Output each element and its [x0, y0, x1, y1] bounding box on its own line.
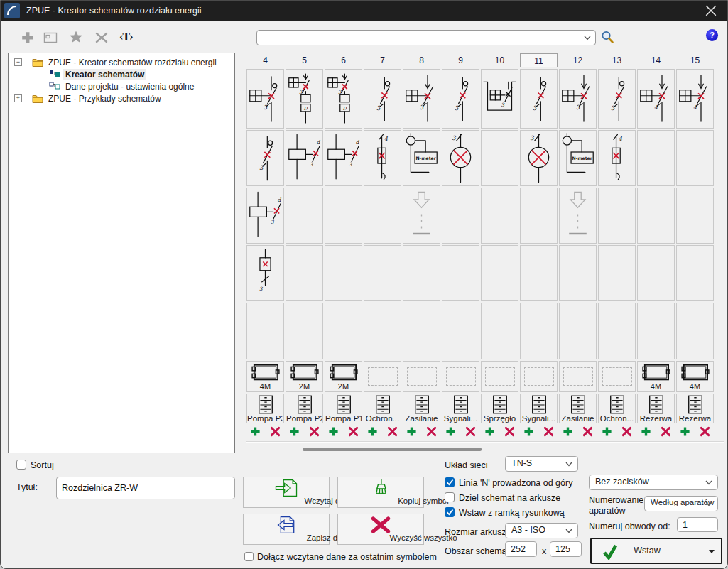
- symbol-cell-fuse_box[interactable]: 3: [246, 245, 284, 301]
- circuit-cell[interactable]: Zasilanie: [559, 394, 597, 423]
- symbol-cell-coil_d[interactable]: d3: [325, 130, 362, 186]
- search-input[interactable]: [260, 31, 578, 44]
- remove-circuit-icon[interactable]: [582, 426, 593, 439]
- symbol-cell[interactable]: [559, 245, 597, 301]
- module-cell-empty[interactable]: [481, 361, 518, 392]
- symbol-cell-sw_circ_3[interactable]: 3: [442, 69, 479, 129]
- clear-all-button[interactable]: Wyczyść wszystko: [337, 514, 424, 545]
- help-icon[interactable]: ?: [706, 29, 718, 41]
- symbol-cell-brk_arr_4[interactable]: 4: [676, 69, 714, 129]
- append-data-checkbox[interactable]: [244, 552, 254, 561]
- symbol-cell-sw_circ_3[interactable]: 3: [598, 69, 636, 129]
- module-cell-empty[interactable]: [559, 361, 597, 392]
- symbol-cell[interactable]: [676, 303, 714, 359]
- circuit-cell[interactable]: Ochron...: [364, 394, 401, 423]
- column-header-6[interactable]: 6: [325, 53, 362, 67]
- symbol-cell-coil_d[interactable]: d3: [246, 188, 284, 244]
- close-icon[interactable]: [705, 5, 717, 16]
- symbol-cell-lamp_3[interactable]: 3: [442, 130, 479, 186]
- add-circuit-icon[interactable]: [641, 426, 651, 439]
- search-combobox[interactable]: [256, 30, 596, 45]
- symbol-cell[interactable]: [637, 245, 675, 301]
- symbol-cell-more[interactable]: [403, 188, 440, 244]
- tree-expander-icon[interactable]: −: [14, 58, 22, 66]
- remove-circuit-icon[interactable]: [504, 426, 515, 439]
- tree-item-label[interactable]: Dane projektu - ustawienia ogólne: [63, 81, 196, 92]
- form-icon[interactable]: [43, 31, 58, 45]
- frame-checkbox[interactable]: [445, 507, 455, 517]
- column-header-11[interactable]: 11: [520, 53, 558, 67]
- save-data-button[interactable]: Zapisz dane: [243, 514, 330, 545]
- module-cell-empty[interactable]: [598, 361, 636, 392]
- remove-circuit-icon[interactable]: [309, 426, 320, 439]
- symbol-cell[interactable]: [286, 188, 323, 244]
- symbol-cell[interactable]: [520, 303, 558, 359]
- numbering-select[interactable]: Według aparatów: [644, 496, 718, 511]
- symbol-cell-brk_arr_3[interactable]: 3: [403, 69, 440, 129]
- add-circuit-icon[interactable]: [328, 426, 339, 439]
- symbol-cell-contactor[interactable]: 3D: [286, 69, 323, 129]
- remove-circuit-icon[interactable]: [700, 426, 710, 439]
- sheet-size-select[interactable]: A3 - ISO: [505, 523, 578, 538]
- symbol-cell[interactable]: [520, 188, 558, 244]
- circuit-cell[interactable]: Sprzęgło: [481, 394, 518, 423]
- symbol-cell[interactable]: [598, 245, 636, 301]
- symbol-cell[interactable]: [481, 188, 518, 244]
- remove-circuit-icon[interactable]: [348, 426, 359, 439]
- module-cell[interactable]: 2M: [325, 361, 362, 392]
- remove-circuit-icon[interactable]: [426, 426, 437, 439]
- remove-circuit-icon[interactable]: [465, 426, 476, 439]
- column-header-8[interactable]: 8: [403, 53, 440, 67]
- tree-item-label[interactable]: Kreator schematów: [63, 69, 146, 80]
- module-cell[interactable]: 4M: [246, 361, 284, 392]
- symbol-cell[interactable]: [481, 303, 518, 359]
- symbol-cell-sw_circ_3[interactable]: 3: [520, 69, 558, 129]
- add-circuit-icon[interactable]: [367, 426, 378, 439]
- tree-item-label[interactable]: ZPUE - Kreator schematów rozdziału energ…: [46, 57, 219, 68]
- symbol-cell-bucket[interactable]: 3: [481, 69, 518, 129]
- symbol-cell[interactable]: [520, 245, 558, 301]
- tree-item[interactable]: +ZPUE - Przykłady schematów: [9, 93, 234, 105]
- symbol-cell[interactable]: [325, 188, 362, 244]
- column-header-12[interactable]: 12: [559, 53, 597, 67]
- symbol-cell-brk_arr_4[interactable]: 4: [637, 69, 675, 129]
- symbol-cell[interactable]: [364, 303, 401, 359]
- add-circuit-icon[interactable]: [563, 426, 573, 439]
- circuit-cell[interactable]: Ochron...: [598, 394, 636, 423]
- symbol-cell[interactable]: [286, 245, 323, 301]
- symbol-cell[interactable]: [325, 303, 362, 359]
- symbol-cell[interactable]: [442, 188, 479, 244]
- circuit-cell[interactable]: Rezerwa: [676, 394, 714, 423]
- add-circuit-icon[interactable]: [289, 426, 300, 439]
- add-circuit-icon[interactable]: [406, 426, 417, 439]
- module-cell[interactable]: 2M: [286, 361, 323, 392]
- symbol-cell[interactable]: [246, 303, 284, 359]
- module-cell[interactable]: 4M: [637, 361, 675, 392]
- symbol-cell[interactable]: [637, 303, 675, 359]
- add-circuit-icon[interactable]: [680, 426, 690, 439]
- add-circuit-icon[interactable]: [484, 426, 495, 439]
- symbol-cell-fuse_4[interactable]: 4: [364, 130, 401, 186]
- symbol-cell-sw_circ_3[interactable]: 3: [364, 69, 401, 129]
- symbol-cell-more[interactable]: [559, 188, 597, 244]
- search-icon[interactable]: [600, 30, 614, 44]
- split-sheets-checkbox[interactable]: [445, 492, 455, 502]
- symbol-cell[interactable]: [481, 130, 518, 186]
- symbol-cell-brk_circ_3[interactable]: 3: [246, 69, 284, 129]
- add-icon[interactable]: [21, 31, 35, 45]
- remove-circuit-icon[interactable]: [543, 426, 554, 439]
- symbol-cell[interactable]: [676, 245, 714, 301]
- circuit-start-input[interactable]: [677, 517, 718, 532]
- module-cell[interactable]: 4M: [676, 361, 714, 392]
- tree-item[interactable]: Dane projektu - ustawienia ogólne: [9, 81, 234, 93]
- symbol-cell-motor_meter[interactable]: N-meter: [403, 130, 440, 186]
- circuit-cell[interactable]: Pompa P2: [286, 394, 323, 423]
- cut-icon[interactable]: [94, 31, 109, 45]
- terminals-select[interactable]: Bez zacisków: [589, 475, 718, 490]
- module-cell-empty[interactable]: [364, 361, 401, 392]
- symbol-cell[interactable]: [403, 245, 440, 301]
- circuit-cell[interactable]: Rezerwa: [637, 394, 675, 423]
- symbol-cell[interactable]: [325, 245, 362, 301]
- symbol-cell[interactable]: [676, 130, 714, 186]
- insert-button[interactable]: Wstaw: [590, 538, 722, 564]
